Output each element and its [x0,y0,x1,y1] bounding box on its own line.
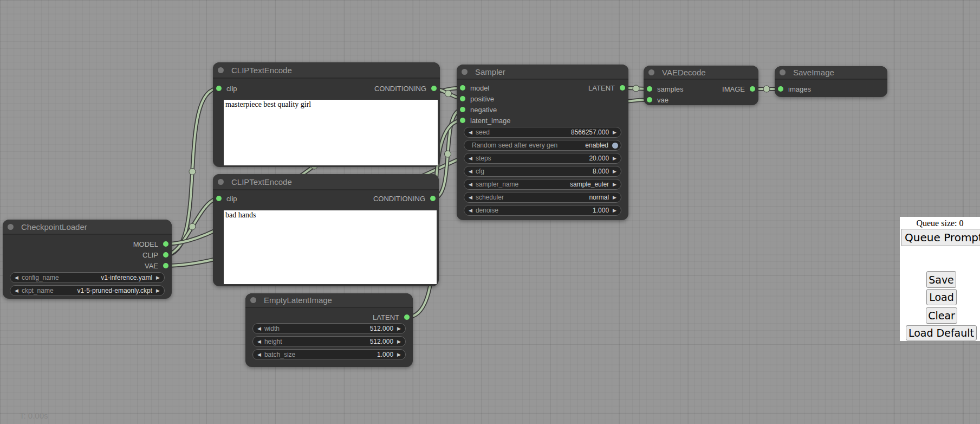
widget-decrement-icon[interactable]: ◀ [469,156,472,161]
link-midpoint-dot[interactable] [189,169,196,175]
widget-increment-icon[interactable]: ▶ [397,326,401,331]
widget-value: 512.000 [282,338,393,345]
collapse-dot-icon[interactable] [250,297,256,303]
node-emptylatentimage[interactable]: EmptyLatentImageLATENT◀width512.000▶◀hei… [245,293,413,367]
node-title-bar[interactable]: VAEDecode [644,66,758,80]
input-connector-icon[interactable] [460,118,465,123]
collapse-dot-icon[interactable] [648,69,654,75]
widget-decrement-icon[interactable]: ◀ [257,339,261,344]
queue-prompt-button[interactable]: Queue Prompt [901,229,980,246]
input-slot-label: negative [470,106,497,114]
output-connector-icon[interactable] [404,314,410,320]
input-connector-icon[interactable] [216,196,222,201]
widget-increment-icon[interactable]: ▶ [613,195,616,200]
input-connector-icon[interactable] [460,96,465,101]
widget-increment-icon[interactable]: ▶ [613,208,616,213]
collapse-dot-icon[interactable] [8,224,14,230]
output-connector-icon[interactable] [431,86,437,91]
node-title-bar[interactable]: CheckpointLoader [3,220,172,235]
widget-value: 20.000 [491,155,609,162]
widget-decrement-icon[interactable]: ◀ [257,352,261,357]
widget-config_name[interactable]: ◀config_namev1-inference.yaml▶ [10,272,165,283]
output-slot-image: IMAGE [722,83,755,94]
link-midpoint-dot[interactable] [445,91,452,97]
link-wire[interactable] [166,198,219,255]
output-slot-vae: VAE [145,260,168,271]
widget-cfg[interactable]: ◀cfg8.000▶ [464,166,621,177]
output-connector-icon[interactable] [430,196,436,201]
clear-button[interactable]: Clear [926,307,957,324]
node-title-bar[interactable]: Sampler [457,65,628,80]
node-title-label: CLIPTextEncode [231,177,292,187]
widget-decrement-icon[interactable]: ◀ [15,288,18,293]
widget-increment-icon[interactable]: ▶ [397,352,401,357]
widget-increment-icon[interactable]: ▶ [613,130,616,135]
link-midpoint-dot[interactable] [633,85,639,92]
link-midpoint-dot[interactable] [763,86,770,92]
output-connector-icon[interactable] [750,86,755,92]
output-connector-icon[interactable] [620,85,625,91]
input-connector-icon[interactable] [778,86,783,92]
widget-increment-icon[interactable]: ▶ [613,182,616,187]
node-saveimage[interactable]: SaveImageimages [775,66,887,97]
widget-decrement-icon[interactable]: ◀ [257,326,261,331]
node-title-bar[interactable]: SaveImage [775,66,887,80]
node-title-bar[interactable]: CLIPTextEncode [213,174,439,190]
widget-increment-icon[interactable]: ▶ [613,156,616,161]
widget-scheduler[interactable]: ◀schedulernormal▶ [464,192,621,203]
widget-value: sample_euler [518,181,609,188]
output-connector-icon[interactable] [163,263,168,268]
output-connector-icon[interactable] [163,252,168,258]
node-clip-text-encode-positive[interactable]: CLIPTextEncodeclipCONDITIONINGmasterpiec… [213,62,440,167]
prompt-textarea[interactable]: masterpiece best quality girl [224,100,438,165]
widget-denoise[interactable]: ◀denoise1.000▶ [464,205,621,216]
widget-steps[interactable]: ◀steps20.000▶ [464,153,621,164]
node-graph-canvas[interactable]: CheckpointLoaderMODELCLIPVAE◀config_name… [0,0,980,424]
link-midpoint-dot[interactable] [445,151,451,157]
node-vaedecode[interactable]: VAEDecodesamplesvaeIMAGE [644,66,758,105]
widget-decrement-icon[interactable]: ◀ [469,169,472,174]
save-button[interactable]: Save [926,271,956,288]
widget-sampler_name[interactable]: ◀sampler_namesample_euler▶ [464,179,621,190]
input-connector-icon[interactable] [460,85,465,91]
node-title-bar[interactable]: EmptyLatentImage [245,293,413,308]
toggle-indicator-icon[interactable] [612,143,618,149]
link-midpoint-dot[interactable] [189,223,196,230]
input-connector-icon[interactable] [460,107,465,112]
collapse-dot-icon[interactable] [780,69,786,75]
load-button[interactable]: Load [926,289,957,305]
widget-ckpt_name[interactable]: ◀ckpt_namev1-5-pruned-emaonly.ckpt▶ [10,285,165,296]
output-connector-icon[interactable] [163,241,168,247]
widget-width[interactable]: ◀width512.000▶ [252,323,406,334]
widget-increment-icon[interactable]: ▶ [613,169,616,174]
widget-increment-icon[interactable]: ▶ [156,275,160,280]
input-connector-icon[interactable] [647,97,652,102]
widget-increment-icon[interactable]: ▶ [397,339,401,344]
node-sampler[interactable]: Samplermodelpositivenegativelatent_image… [457,65,628,220]
input-connector-icon[interactable] [647,86,652,92]
collapse-dot-icon[interactable] [218,179,224,185]
collapse-dot-icon[interactable] [218,67,224,73]
node-checkpointloader[interactable]: CheckpointLoaderMODELCLIPVAE◀config_name… [3,220,172,299]
widget-increment-icon[interactable]: ▶ [156,288,160,293]
widget-height[interactable]: ◀height512.000▶ [252,336,406,347]
node-clip-text-encode-negative[interactable]: CLIPTextEncodeclipCONDITIONINGbad hands [213,174,439,286]
load-default-button[interactable]: Load Default [906,325,977,341]
widget-decrement-icon[interactable]: ◀ [469,208,472,213]
output-slot-label: CONDITIONING [374,85,426,93]
widget-decrement-icon[interactable]: ◀ [469,130,472,135]
widget-decrement-icon[interactable]: ◀ [469,182,472,187]
widget-label: Random seed after every gen [472,142,557,149]
input-connector-icon[interactable] [216,86,222,91]
input-slot-negative: negative [460,104,497,115]
widget-decrement-icon[interactable]: ◀ [15,275,18,280]
widget-label: batch_size [264,351,295,358]
prompt-textarea[interactable]: bad hands [224,210,437,284]
node-title-bar[interactable]: CLIPTextEncode [213,62,440,79]
widget-random-seed-after-every-gen[interactable]: Random seed after every genenabled [464,140,621,151]
widget-seed[interactable]: ◀seed8566257.000▶ [464,127,621,138]
widget-decrement-icon[interactable]: ◀ [469,195,472,200]
widget-batch_size[interactable]: ◀batch_size1.000▶ [252,349,406,360]
collapse-dot-icon[interactable] [462,69,468,75]
widget-value: 512.000 [280,325,393,332]
